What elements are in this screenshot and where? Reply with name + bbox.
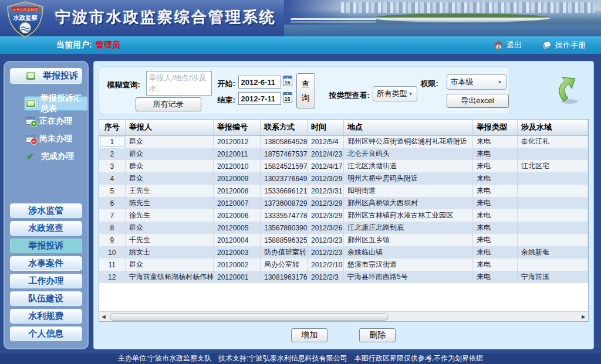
table-cell[interactable]: 13335574778 (261, 209, 308, 222)
row-index-cell[interactable]: 11 (99, 258, 126, 271)
table-row[interactable]: 4群众20120009130237766492012/3/29明州大桥中房码头附… (99, 172, 588, 185)
sidebar-item-completed[interactable]: 完成办理 (25, 149, 77, 163)
table-cell[interactable]: 2012/3/29 (308, 172, 344, 185)
table-cell[interactable]: 15336696121 (261, 185, 308, 197)
table-cell[interactable]: 群众 (126, 222, 214, 234)
table-cell[interactable]: 20120008 (214, 185, 261, 197)
sidebar-item-in-progress[interactable]: 正在办理 (25, 114, 76, 128)
table-cell[interactable]: 13023776649 (261, 172, 308, 185)
sidebar-nav-item[interactable]: 水利规费 (10, 309, 82, 324)
sidebar-nav-item[interactable]: 队伍建设 (10, 291, 82, 306)
table-cell[interactable]: 陈先生 (126, 197, 214, 209)
table-cell[interactable]: 20120012 (214, 135, 261, 148)
row-index-cell[interactable]: 8 (99, 222, 126, 234)
table-cell[interactable]: 北仑开良码头 (344, 148, 473, 160)
table-cell[interactable]: 2012/2/23 (308, 246, 344, 258)
refresh-arrow-icon[interactable] (557, 76, 580, 107)
table-cell[interactable]: 千先生 (126, 234, 214, 246)
table-cell[interactable]: 宁海县环南西路5号 (344, 271, 473, 283)
table-cell[interactable] (518, 222, 588, 234)
table-cell[interactable]: 余姚新奄 (518, 246, 588, 258)
table-row[interactable]: 6陈先生20120007137360087292012/3/29鄞州区高桥镇大西… (99, 197, 588, 209)
col-header-contact[interactable]: 联系方式 (261, 120, 308, 135)
table-cell[interactable]: 来电 (473, 148, 518, 160)
table-cell[interactable]: 2012/2/10 (308, 258, 344, 271)
table-cell[interactable]: 20120005 (214, 222, 261, 234)
table-cell[interactable]: 来电 (473, 185, 518, 197)
table-cell[interactable]: 20120010 (214, 160, 261, 172)
table-cell[interactable]: 2012/2/3 (308, 271, 344, 283)
table-cell[interactable]: 2012/5/4 (308, 135, 344, 148)
row-index-cell[interactable]: 5 (99, 185, 126, 197)
table-cell[interactable]: 2012/4/23 (308, 148, 344, 160)
table-cell[interactable] (518, 185, 588, 197)
row-index-cell[interactable]: 4 (99, 172, 126, 185)
table-cell[interactable] (518, 258, 588, 271)
query-button[interactable]: 查询 (296, 73, 315, 108)
table-cell[interactable]: 群众 (126, 258, 214, 271)
table-cell[interactable]: 局办公室转 (261, 258, 308, 271)
table-cell[interactable]: 来电 (473, 197, 518, 209)
calendar-icon[interactable]: 15 (283, 92, 292, 103)
calendar-icon[interactable]: 15 (283, 76, 292, 86)
table-cell[interactable]: 鄞州区钟公庙街道铜盆浦村礼花桥附近 (344, 135, 473, 148)
table-cell[interactable]: 鄞州区五乡镇 (344, 234, 473, 246)
col-header-index[interactable]: 序号 (99, 120, 126, 135)
col-header-location[interactable]: 地点 (344, 120, 473, 135)
table-cell[interactable]: 来电 (473, 271, 518, 283)
type-dropdown[interactable]: 所有类型 (373, 86, 417, 101)
table-row[interactable]: 11群众20120002局办公室转2012/2/10慈溪市宗汉街道来电 (99, 258, 588, 271)
table-cell[interactable]: 2012/4/17 (308, 160, 344, 172)
table-cell[interactable]: 20120001 (214, 271, 261, 283)
add-button[interactable]: 增加 (291, 328, 327, 342)
table-cell[interactable]: 13805864528 (261, 135, 308, 148)
table-cell[interactable]: 群众 (126, 160, 214, 172)
table-cell[interactable] (518, 234, 588, 246)
table-cell[interactable] (518, 209, 588, 222)
scroll-left-icon[interactable] (99, 312, 109, 321)
table-cell[interactable] (518, 148, 588, 160)
sidebar-nav-item[interactable]: 水政巡查 (10, 221, 82, 236)
table-cell[interactable]: 20120003 (214, 246, 261, 258)
table-cell[interactable]: 20120002 (214, 258, 261, 271)
end-date-input[interactable] (238, 92, 281, 105)
table-cell[interactable]: 来电 (473, 246, 518, 258)
sidebar-item-complaint-summary[interactable]: 举报投诉汇总表 (25, 97, 87, 110)
table-cell[interactable]: 宁海前童镇柘湖杨村杨伟林 (126, 271, 214, 283)
table-cell[interactable]: 20120009 (214, 172, 261, 185)
table-cell[interactable]: 来电 (473, 209, 518, 222)
table-cell[interactable]: 20120011 (214, 148, 261, 160)
table-cell[interactable]: 徐先生 (126, 209, 214, 222)
row-index-cell[interactable]: 1 (99, 135, 126, 148)
row-index-cell[interactable]: 7 (99, 209, 126, 222)
table-cell[interactable]: 王先生 (126, 185, 214, 197)
table-cell[interactable]: 2012/3/29 (308, 197, 344, 209)
col-header-time[interactable]: 时间 (308, 120, 344, 135)
table-cell[interactable]: 来电 (473, 258, 518, 271)
table-row[interactable]: 2群众20120011187574675372012/4/23北仑开良码头来电 (99, 148, 588, 160)
table-cell[interactable]: 江北区宅 (518, 160, 588, 172)
row-index-cell[interactable]: 2 (99, 148, 126, 160)
table-cell[interactable]: 15888596325 (261, 234, 308, 246)
table-cell[interactable]: 2012/3/26 (308, 222, 344, 234)
table-cell[interactable]: 宁海前溪 (518, 271, 588, 283)
table-cell[interactable]: 江北康庄北路到底 (344, 222, 473, 234)
table-row[interactable]: 5王先生20120008153366961212012/3/31阳明街道来电 (99, 185, 588, 197)
sidebar-nav-item[interactable]: 工作办理 (10, 274, 82, 288)
table-cell[interactable]: 姚女士 (126, 246, 214, 258)
table-row[interactable]: 7徐先生20120006133355747782012/3/29鄞州区古林镇葑水… (99, 209, 588, 222)
col-header-reporter[interactable]: 举报人 (126, 120, 214, 135)
table-cell[interactable]: 2012/3/23 (308, 234, 344, 246)
export-excel-button[interactable]: 导出excel (447, 94, 509, 108)
row-index-cell[interactable]: 6 (99, 197, 126, 209)
table-row[interactable]: 9千先生20120004158885963252012/3/23鄞州区五乡镇来电 (99, 234, 588, 246)
scrollbar-thumb[interactable] (110, 313, 389, 321)
table-cell[interactable]: 阳明街道 (344, 185, 473, 197)
table-row[interactable]: 10姚女士20120003防办值班室转2012/2/23余姚临山镇来电余姚新奄 (99, 246, 588, 258)
sidebar-nav-item[interactable]: 水事案件 (10, 256, 82, 271)
sidebar-item-not-processed[interactable]: 尚未办理 (25, 132, 76, 145)
table-cell[interactable]: 13567890390 (261, 222, 308, 234)
table-cell[interactable] (518, 197, 588, 209)
row-index-cell[interactable]: 9 (99, 234, 126, 246)
table-cell[interactable]: 来电 (473, 135, 518, 148)
